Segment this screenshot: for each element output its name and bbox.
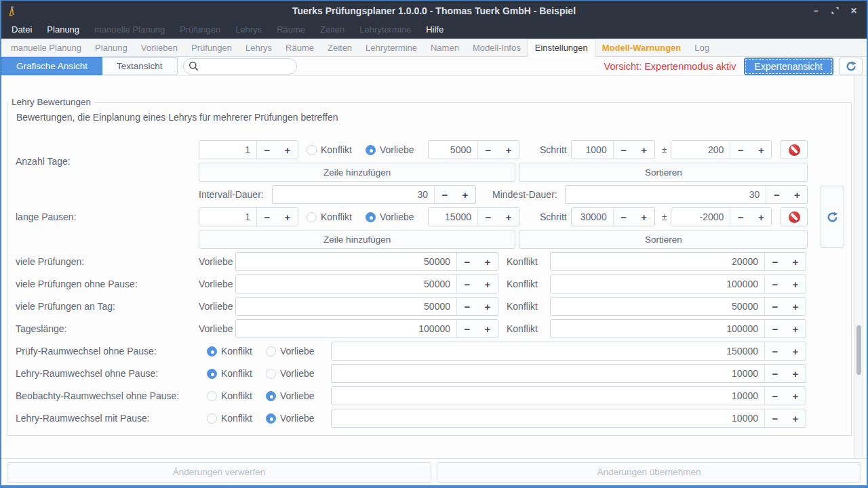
spin-decrement-button[interactable]: − <box>457 275 477 293</box>
vorliebe-radio[interactable] <box>266 413 276 424</box>
vorliebe-radio-group[interactable]: Vorliebe <box>266 413 317 424</box>
spin-increment-button[interactable]: + <box>785 253 806 270</box>
spin-increment-button[interactable]: + <box>477 275 498 293</box>
spin-decrement-button[interactable]: − <box>457 320 477 338</box>
vorliebe-radio-group[interactable]: Vorliebe <box>266 368 317 379</box>
lange-pausen-tolerance-spinbox[interactable]: -2000 − + <box>671 207 772 226</box>
vorliebe-spinbox[interactable]: 50000 − + <box>235 252 498 271</box>
sort-button[interactable]: Sortieren <box>519 163 808 182</box>
spin-increment-button[interactable]: + <box>477 253 498 270</box>
spin-decrement-button[interactable]: − <box>614 141 634 159</box>
spin-increment-button[interactable]: + <box>785 365 806 382</box>
refresh-button[interactable] <box>839 58 863 75</box>
lange-pausen-weight-spinbox[interactable]: 15000 − + <box>428 207 519 226</box>
spin-value[interactable]: 10000 <box>332 365 765 382</box>
tab-zeiten[interactable]: Zeiten <box>321 39 359 56</box>
spin-decrement-button[interactable]: − <box>730 141 751 159</box>
delete-row-button[interactable] <box>781 207 808 226</box>
spin-decrement-button[interactable]: − <box>478 208 498 226</box>
spin-value[interactable]: -2000 <box>671 208 730 226</box>
spin-increment-button[interactable]: + <box>634 208 654 226</box>
spin-decrement-button[interactable]: − <box>765 342 785 360</box>
lange-pausen-schritt-spinbox[interactable]: 30000 − + <box>571 207 655 226</box>
spin-value[interactable]: 200 <box>671 141 730 159</box>
intervall-dauer-spinbox[interactable]: 30 − + <box>272 185 476 204</box>
spin-value[interactable]: 50000 <box>236 275 457 293</box>
spin-value[interactable]: 100000 <box>551 275 765 293</box>
spin-increment-button[interactable]: + <box>277 208 298 226</box>
discard-changes-button[interactable]: Änderungen verwerfen <box>7 462 431 483</box>
add-row-button[interactable]: Zeile hinzufügen <box>199 163 515 182</box>
menu-hilfe[interactable]: Hilfe <box>418 20 451 39</box>
vorliebe-radio-group[interactable]: Vorliebe <box>366 144 417 155</box>
spin-decrement-button[interactable]: − <box>765 365 785 382</box>
spin-value[interactable]: 1 <box>199 208 257 226</box>
spin-value[interactable]: 10000 <box>332 387 765 405</box>
add-row-button[interactable]: Zeile hinzufügen <box>199 230 515 249</box>
konflikt-radio-group[interactable]: Konflikt <box>207 413 259 424</box>
spin-value[interactable]: 30000 <box>572 208 614 226</box>
spin-increment-button[interactable]: + <box>634 141 654 159</box>
weight-spinbox[interactable]: 150000 − + <box>331 342 806 361</box>
konflikt-radio-group[interactable]: Konflikt <box>207 368 259 379</box>
spin-value[interactable]: 50000 <box>236 298 457 315</box>
spin-increment-button[interactable]: + <box>455 186 475 203</box>
konflikt-radio[interactable] <box>207 369 217 379</box>
konflikt-radio-group[interactable]: Konflikt <box>207 390 259 401</box>
spin-value[interactable]: 5000 <box>429 141 478 159</box>
vorliebe-radio-group[interactable]: Vorliebe <box>366 211 417 222</box>
tab-lehrytermine[interactable]: Lehrytermine <box>359 39 424 56</box>
vorliebe-radio[interactable] <box>266 391 276 401</box>
anzahl-tage-count-spinbox[interactable]: 1 − + <box>199 140 298 159</box>
menu-datei[interactable]: Datei <box>4 20 39 39</box>
spin-value[interactable]: 10000 <box>332 409 765 427</box>
spin-value[interactable]: 15000 <box>429 208 478 226</box>
spin-increment-button[interactable]: + <box>785 275 806 293</box>
search-input[interactable] <box>183 58 297 75</box>
vorliebe-spinbox[interactable]: 50000 − + <box>235 274 498 293</box>
konflikt-radio[interactable] <box>207 391 217 401</box>
scrollbar-thumb[interactable] <box>856 325 861 375</box>
spin-increment-button[interactable]: + <box>785 342 806 360</box>
konflikt-radio-group[interactable]: Konflikt <box>207 346 259 357</box>
spin-decrement-button[interactable]: − <box>457 253 477 270</box>
tab-einstellungen[interactable]: Einstellungen <box>528 39 595 57</box>
minimize-button[interactable]: − <box>808 3 823 18</box>
spin-decrement-button[interactable]: − <box>478 141 498 159</box>
vorliebe-radio[interactable] <box>266 346 276 357</box>
mindest-dauer-spinbox[interactable]: 30 − + <box>565 185 808 204</box>
tab-raeume[interactable]: Räume <box>279 39 321 56</box>
spin-decrement-button[interactable]: − <box>765 409 785 427</box>
reload-side-button[interactable] <box>821 186 844 248</box>
spin-value[interactable]: 20000 <box>551 253 765 270</box>
spin-decrement-button[interactable]: − <box>457 298 477 315</box>
apply-changes-button[interactable]: Änderungen übernehmen <box>437 462 861 483</box>
weight-spinbox[interactable]: 10000 − + <box>331 386 806 405</box>
konflikt-radio-group[interactable]: Konflikt <box>307 144 359 155</box>
spin-value[interactable]: 50000 <box>551 298 765 315</box>
spin-increment-button[interactable]: + <box>785 409 806 427</box>
konflikt-spinbox[interactable]: 100000 − + <box>550 274 806 293</box>
weight-spinbox[interactable]: 10000 − + <box>331 409 806 428</box>
tab-planung[interactable]: Planung <box>88 39 134 56</box>
tab-log[interactable]: Log <box>688 39 716 56</box>
spin-increment-button[interactable]: + <box>785 320 806 338</box>
spin-decrement-button[interactable]: − <box>614 208 634 226</box>
vorliebe-spinbox[interactable]: 100000 − + <box>235 319 498 338</box>
konflikt-radio-group[interactable]: Konflikt <box>307 211 359 222</box>
tab-lehrys[interactable]: Lehrys <box>239 39 279 56</box>
konflikt-spinbox[interactable]: 50000 − + <box>550 297 806 316</box>
graphic-view-button[interactable]: Grafische Ansicht <box>1 57 102 75</box>
konflikt-spinbox[interactable]: 20000 − + <box>550 252 806 271</box>
tab-manuelle-planung[interactable]: manuelle Planung <box>4 39 88 56</box>
spin-value[interactable]: 150000 <box>332 342 765 360</box>
spin-increment-button[interactable]: + <box>787 186 807 203</box>
spin-increment-button[interactable]: + <box>477 320 498 338</box>
vorliebe-radio[interactable] <box>366 212 376 222</box>
spin-decrement-button[interactable]: − <box>765 275 785 293</box>
spin-value[interactable]: 30 <box>273 186 435 203</box>
vorliebe-radio-group[interactable]: Vorliebe <box>266 346 317 357</box>
vorliebe-radio-group[interactable]: Vorliebe <box>266 390 317 401</box>
spin-decrement-button[interactable]: − <box>765 387 785 405</box>
vertical-scrollbar[interactable] <box>854 76 863 458</box>
